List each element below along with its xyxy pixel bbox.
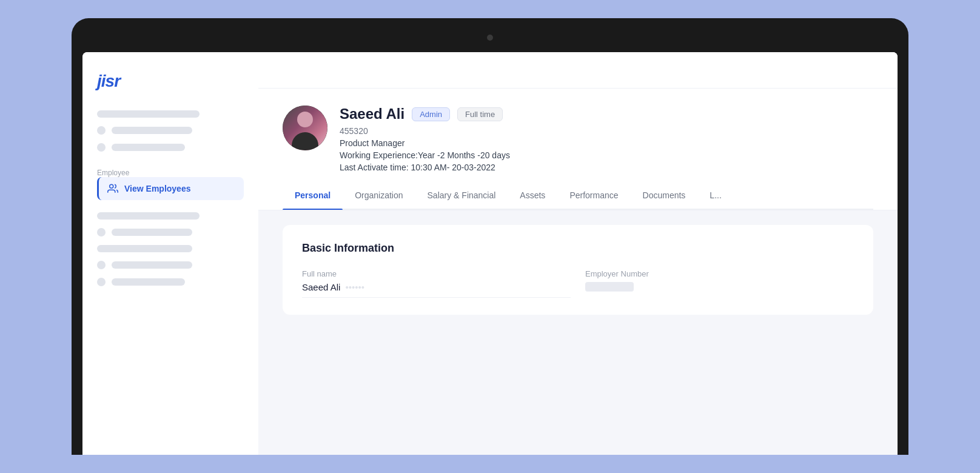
skeleton-row bbox=[97, 261, 244, 269]
screen: jisr Employee bbox=[82, 52, 898, 455]
badge-fulltime: Full time bbox=[457, 107, 503, 121]
form-grid: Full name Saeed Ali •••••• Employer Numb… bbox=[302, 269, 854, 298]
content-area: Basic Information Full name Saeed Ali ••… bbox=[258, 210, 898, 455]
tab-personal[interactable]: Personal bbox=[283, 182, 343, 209]
skeleton-item bbox=[112, 278, 185, 286]
skeleton-circle bbox=[97, 261, 106, 269]
sidebar: jisr Employee bbox=[82, 52, 258, 455]
section-title: Basic Information bbox=[302, 242, 854, 255]
skeleton-circle bbox=[97, 278, 106, 286]
skeleton-row bbox=[97, 278, 244, 286]
users-icon bbox=[107, 183, 118, 194]
sidebar-item-view-employees[interactable]: View Employees bbox=[97, 177, 244, 200]
employee-experience: Working Experience:Year -2 Months -20 da… bbox=[340, 150, 873, 160]
full-name-label: Full name bbox=[302, 269, 571, 278]
skeleton-item bbox=[97, 212, 200, 220]
camera-bar bbox=[82, 29, 898, 46]
tab-more[interactable]: L... bbox=[697, 182, 733, 209]
skeleton-row bbox=[97, 228, 244, 236]
skeleton-circle bbox=[97, 228, 106, 236]
tab-salary[interactable]: Salary & Financial bbox=[415, 182, 508, 209]
skeleton-row bbox=[97, 126, 244, 135]
skeleton-item bbox=[112, 144, 185, 151]
laptop-wrapper: jisr Employee bbox=[72, 18, 908, 455]
skeleton-row bbox=[97, 143, 244, 152]
field-employer-number: Employer Number bbox=[585, 269, 854, 298]
sidebar-section-employee: Employee View Employees bbox=[97, 164, 244, 200]
skeleton-item bbox=[112, 229, 192, 236]
employer-number-label: Employer Number bbox=[585, 269, 854, 278]
employee-last-active: Last Activate time: 10:30 AM- 20-03-2022 bbox=[340, 163, 873, 172]
employee-name: Saeed Ali bbox=[340, 106, 404, 122]
logo: jisr bbox=[97, 72, 244, 91]
employee-name-row: Saeed Ali Admin Full time bbox=[340, 106, 873, 122]
employee-info: Saeed Ali Admin Full time 455320 Product… bbox=[340, 106, 873, 172]
avatar-image bbox=[283, 106, 327, 150]
camera-dot bbox=[487, 35, 493, 41]
svg-point-0 bbox=[110, 184, 113, 188]
badge-admin: Admin bbox=[412, 107, 450, 121]
skeleton-item bbox=[112, 261, 192, 269]
tab-performance[interactable]: Performance bbox=[557, 182, 630, 209]
main-content: Saeed Ali Admin Full time 455320 Product… bbox=[258, 52, 898, 455]
sidebar-section-label: Employee bbox=[97, 169, 244, 177]
basic-info-card: Basic Information Full name Saeed Ali ••… bbox=[283, 225, 873, 315]
field-full-name: Full name Saeed Ali •••••• bbox=[302, 269, 571, 298]
skeleton-item bbox=[97, 245, 192, 252]
skeleton-circle bbox=[97, 143, 106, 152]
employee-role: Product Manager bbox=[340, 138, 873, 148]
employee-header: Saeed Ali Admin Full time 455320 Product… bbox=[283, 106, 873, 172]
tab-organization[interactable]: Organization bbox=[343, 182, 415, 209]
employee-id: 455320 bbox=[340, 126, 873, 136]
skeleton-group-2 bbox=[97, 212, 244, 286]
top-bar bbox=[258, 52, 898, 89]
tabs-nav: Personal Organization Salary & Financial… bbox=[283, 182, 873, 210]
laptop-frame: jisr Employee bbox=[72, 18, 908, 455]
full-name-value: Saeed Ali •••••• bbox=[302, 282, 571, 298]
skeleton-group-1 bbox=[97, 110, 244, 152]
sidebar-item-label: View Employees bbox=[124, 184, 190, 193]
skeleton-item bbox=[97, 110, 200, 118]
avatar bbox=[283, 106, 327, 150]
employee-card: Saeed Ali Admin Full time 455320 Product… bbox=[258, 89, 898, 210]
skeleton-item bbox=[112, 127, 192, 134]
employer-number-value bbox=[585, 282, 634, 292]
skeleton-circle bbox=[97, 126, 106, 135]
tab-documents[interactable]: Documents bbox=[631, 182, 698, 209]
tab-assets[interactable]: Assets bbox=[508, 182, 557, 209]
